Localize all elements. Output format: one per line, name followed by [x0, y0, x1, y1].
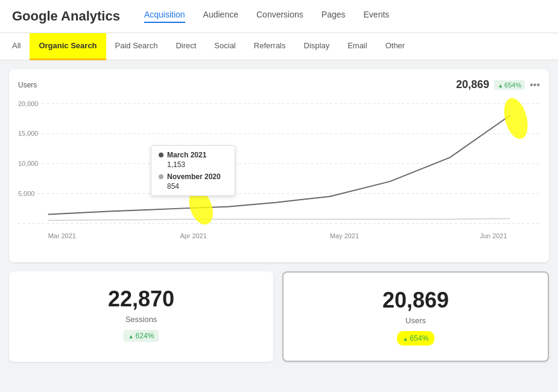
- chart-y-label: Users: [18, 81, 37, 89]
- chart-svg-container: 20,000 15,000 10,000 5,000 Mar 2021 Apr …: [18, 97, 540, 248]
- tab-social[interactable]: Social: [205, 33, 244, 60]
- main-nav: Acquisition Audience Conversions Pages E…: [144, 10, 389, 23]
- nav-acquisition[interactable]: Acquisition: [144, 10, 185, 23]
- app-logo: Google Analytics: [12, 8, 120, 24]
- tab-bar: All Organic Search Paid Search Direct So…: [0, 33, 558, 60]
- svg-text:5,000: 5,000: [18, 190, 34, 197]
- tab-other[interactable]: Other: [376, 33, 414, 60]
- chart-value-area: 20,869 654% •••: [456, 78, 540, 91]
- tab-referrals[interactable]: Referrals: [245, 33, 295, 60]
- tooltip-row-2: November 2020: [159, 172, 227, 181]
- sessions-badge: 624%: [124, 330, 159, 342]
- nav-audience[interactable]: Audience: [203, 10, 238, 23]
- tab-paid-search[interactable]: Paid Search: [106, 33, 167, 60]
- bottom-cards: 22,870 Sessions 624% 20,869 Users 654%: [9, 271, 549, 362]
- sessions-arrow-icon: [128, 332, 134, 340]
- users-label: Users: [296, 316, 536, 325]
- sessions-label: Sessions: [21, 315, 261, 324]
- tooltip-dot-1: [159, 153, 163, 157]
- chart-main-value: 20,869: [456, 78, 489, 91]
- sessions-number: 22,870: [21, 286, 261, 312]
- tooltip-row-1: March 2021: [159, 151, 227, 159]
- header: Google Analytics Acquisition Audience Co…: [0, 0, 558, 33]
- svg-text:Jun 2021: Jun 2021: [480, 232, 507, 239]
- tooltip-value-1: 1,153: [167, 160, 227, 169]
- svg-text:10,000: 10,000: [18, 160, 38, 167]
- nav-events[interactable]: Events: [364, 10, 390, 23]
- users-card: 20,869 Users 654%: [282, 271, 549, 362]
- tab-organic-search[interactable]: Organic Search: [30, 33, 106, 60]
- tab-display[interactable]: Display: [295, 33, 339, 60]
- tab-all[interactable]: All: [12, 33, 30, 60]
- chart-card: Users 20,869 654% ••• 20,000 15,0: [9, 69, 549, 262]
- arrow-up-icon: [498, 81, 503, 89]
- tooltip-label-2: November 2020: [167, 172, 221, 181]
- tooltip-label-1: March 2021: [167, 151, 206, 159]
- svg-text:Mar 2021: Mar 2021: [48, 232, 76, 239]
- svg-text:15,000: 15,000: [18, 130, 38, 137]
- users-badge: 654%: [397, 331, 435, 346]
- chart-badge: 654%: [494, 80, 525, 90]
- sessions-card: 22,870 Sessions 624%: [9, 271, 273, 362]
- users-badge-text: 654%: [410, 334, 429, 343]
- tab-email[interactable]: Email: [338, 33, 376, 60]
- nav-pages[interactable]: Pages: [322, 10, 346, 23]
- sessions-badge-text: 624%: [136, 332, 154, 340]
- users-arrow-icon: [403, 334, 408, 343]
- more-options-icon[interactable]: •••: [530, 80, 540, 90]
- tab-direct[interactable]: Direct: [166, 33, 205, 60]
- tooltip-dot-2: [159, 174, 163, 179]
- users-number: 20,869: [296, 288, 536, 313]
- svg-text:May 2021: May 2021: [330, 232, 359, 239]
- svg-text:Apr 2021: Apr 2021: [180, 232, 206, 239]
- tooltip-value-2: 854: [167, 182, 227, 191]
- svg-text:20,000: 20,000: [18, 100, 38, 107]
- line-chart: 20,000 15,000 10,000 5,000 Mar 2021 Apr …: [18, 97, 540, 242]
- main-content: Users 20,869 654% ••• 20,000 15,0: [0, 60, 558, 371]
- chart-tooltip: March 2021 1,153 November 2020 854: [151, 145, 235, 196]
- nav-conversions[interactable]: Conversions: [256, 10, 303, 23]
- chart-badge-text: 654%: [504, 81, 521, 89]
- chart-header: Users 20,869 654% •••: [18, 78, 540, 91]
